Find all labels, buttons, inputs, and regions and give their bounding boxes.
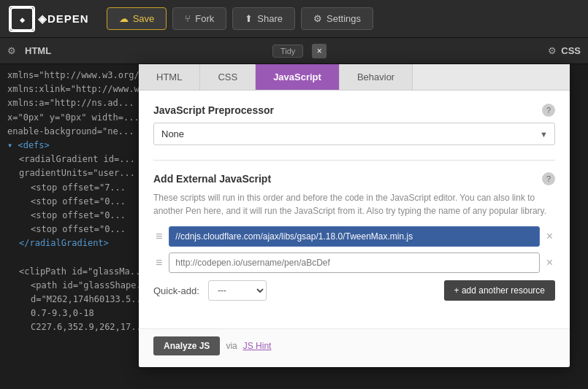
settings-button[interactable]: ⚙ Settings <box>301 7 373 30</box>
tidy-button[interactable]: Tidy <box>272 45 303 58</box>
external-js-title: Add External JavaScript <box>153 173 271 185</box>
quick-add-row: Quick-add: --- jQuery Lodash React Vue A… <box>153 280 555 301</box>
logo: ◆ ◈DEPEN <box>9 6 89 32</box>
tab-behavior[interactable]: Behavior <box>340 64 413 90</box>
remove-resource-1-button[interactable]: × <box>544 231 555 242</box>
fork-label: Fork <box>195 13 214 24</box>
css-panel-title: CSS <box>561 45 581 56</box>
drag-handle-icon[interactable]: ≡ <box>153 256 164 269</box>
preprocessor-title: JavaScript Preprocessor <box>153 104 274 116</box>
resource-row-1: ≡ × <box>153 226 555 247</box>
add-resource-button[interactable]: + add another resource <box>444 280 555 301</box>
css-panel-indicator: ⚙ CSS <box>548 45 581 56</box>
add-resource-label: + add another resource <box>454 285 545 296</box>
quick-add-group: Quick-add: --- jQuery Lodash React Vue A… <box>153 280 267 301</box>
fork-button[interactable]: ⑂ Fork <box>172 7 226 30</box>
save-icon: ☁ <box>119 13 129 24</box>
tab-html[interactable]: HTML <box>139 64 200 90</box>
resource-input-1[interactable] <box>169 226 539 247</box>
remove-resource-2-button[interactable]: × <box>544 257 555 269</box>
external-js-section: Add External JavaScript ? These scripts … <box>153 172 555 301</box>
share-button[interactable]: ⬆ Share <box>232 7 295 30</box>
fork-icon: ⑂ <box>185 13 191 24</box>
modal-tabs: HTML CSS JavaScript Behavior <box>139 64 570 90</box>
preprocessor-section: JavaScript Preprocessor ? None Babel Typ… <box>153 104 555 145</box>
external-js-help-icon[interactable]: ? <box>542 172 555 185</box>
settings-label: Settings <box>327 13 361 24</box>
preprocessor-header: JavaScript Preprocessor ? <box>153 104 555 117</box>
logo-box: ◆ <box>9 6 35 32</box>
preprocessor-help-icon[interactable]: ? <box>542 104 555 117</box>
modal-footer: Analyze JS via JS Hint <box>139 328 570 367</box>
tab-javascript[interactable]: JavaScript <box>256 64 340 90</box>
preprocessor-select[interactable]: None Babel TypeScript CoffeeScript LiveS… <box>153 123 555 145</box>
quick-add-select[interactable]: --- jQuery Lodash React Vue Angular <box>208 280 267 301</box>
settings-modal: HTML CSS JavaScript Behavior JavaScript … <box>139 64 570 367</box>
save-label: Save <box>133 13 155 24</box>
share-icon: ⬆ <box>245 13 253 24</box>
jshint-link[interactable]: JS Hint <box>243 341 272 351</box>
html-panel-bar: ⚙ HTML Tidy × ⚙ CSS <box>0 38 588 64</box>
save-button[interactable]: ☁ Save <box>107 7 167 30</box>
topbar: ◆ ◈DEPEN ☁ Save ⑂ Fork ⬆ Share ⚙ Setting… <box>0 0 588 38</box>
logo-text: ◈DEPEN <box>38 12 89 26</box>
quick-add-select-wrapper: --- jQuery Lodash React Vue Angular <box>208 280 267 301</box>
analyze-js-button[interactable]: Analyze JS <box>153 336 220 355</box>
html-panel-title: HTML <box>25 45 51 56</box>
modal-body: JavaScript Preprocessor ? None Babel Typ… <box>139 90 570 328</box>
quick-add-label: Quick-add: <box>153 285 199 296</box>
section-divider <box>153 160 555 161</box>
svg-text:◆: ◆ <box>20 15 26 25</box>
external-js-description: These scripts will run in this order and… <box>153 191 555 217</box>
resource-row-2: ≡ × <box>153 253 555 273</box>
resource-input-2[interactable] <box>169 253 539 273</box>
share-label: Share <box>257 13 283 24</box>
tab-css[interactable]: CSS <box>200 64 256 90</box>
drag-handle-icon[interactable]: ≡ <box>153 230 164 243</box>
via-text: via <box>226 341 237 351</box>
settings-icon: ⚙ <box>313 13 322 24</box>
preprocessor-select-wrapper: None Babel TypeScript CoffeeScript LiveS… <box>153 123 555 145</box>
html-panel-close-button[interactable]: × <box>312 44 327 58</box>
external-js-header: Add External JavaScript ? <box>153 172 555 185</box>
html-panel-gear-icon[interactable]: ⚙ <box>7 45 16 56</box>
css-panel-gear-icon[interactable]: ⚙ <box>548 45 557 56</box>
